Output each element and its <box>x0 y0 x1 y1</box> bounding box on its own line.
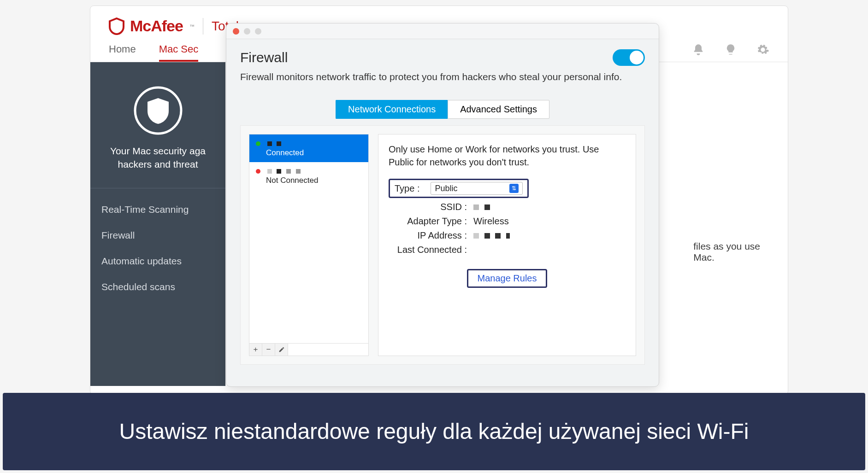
partial-line2: Mac. <box>693 252 714 263</box>
gear-icon[interactable] <box>756 43 769 56</box>
sidebar-heading-line2: hackers and threat <box>118 159 198 169</box>
mcafee-logo: McAfee ™ <box>109 17 195 35</box>
adapter-value: Wireless <box>473 216 509 227</box>
network-list: Connected Not Connected + − <box>249 134 369 356</box>
type-highlight: Type : Public ⇅ <box>389 179 529 198</box>
partial-line1: files as you use <box>693 241 760 251</box>
sidebar-items: Real-Time Scanning Firewall Automatic up… <box>90 188 225 308</box>
ip-value <box>473 230 513 241</box>
status-dot-green-icon <box>256 141 260 146</box>
redacted-icon <box>296 169 301 174</box>
header-separator <box>203 18 203 35</box>
tab-network-connections[interactable]: Network Connections <box>336 100 448 119</box>
tab-home[interactable]: Home <box>109 43 136 62</box>
remove-network-button[interactable]: − <box>262 344 275 356</box>
close-icon[interactable] <box>233 28 239 35</box>
dialog-titlebar <box>226 23 659 39</box>
firewall-title: Firewall <box>240 50 288 65</box>
redacted-icon <box>484 233 490 239</box>
label-last: Last Connected : <box>389 245 467 255</box>
sidebar-item-scans[interactable]: Scheduled scans <box>90 274 225 300</box>
sidebar-status-area: Your Mac security aga hackers and threat <box>90 62 225 188</box>
type-select[interactable]: Public ⇅ <box>431 182 523 195</box>
sidebar: Your Mac security aga hackers and threat… <box>90 62 225 386</box>
network-hint: Only use Home or Work for networks you t… <box>389 143 626 169</box>
sidebar-heading: Your Mac security aga hackers and threat <box>100 144 216 171</box>
firewall-description: Firewall monitors network traffic to pro… <box>226 70 659 92</box>
list-toolbar: + − <box>249 343 368 356</box>
dialog-header: Firewall <box>226 39 659 70</box>
tab-advanced-settings[interactable]: Advanced Settings <box>448 100 549 119</box>
label-ip: IP Address : <box>389 230 467 241</box>
chevron-updown-icon: ⇅ <box>509 184 519 193</box>
redacted-icon <box>495 233 501 239</box>
row-last-connected: Last Connected : <box>389 245 626 255</box>
row-ssid: SSID : <box>389 202 626 212</box>
label-adapter: Adapter Type : <box>389 216 467 227</box>
tab-mac-security[interactable]: Mac Sec <box>159 43 199 62</box>
row-type: Type : Public ⇅ <box>389 179 626 198</box>
sidebar-item-firewall[interactable]: Firewall <box>90 222 225 248</box>
row-adapter: Adapter Type : Wireless <box>389 216 626 227</box>
row-ip: IP Address : <box>389 230 626 241</box>
add-network-button[interactable]: + <box>249 344 262 356</box>
sidebar-item-rts[interactable]: Real-Time Scanning <box>90 197 225 222</box>
mcafee-shield-icon <box>109 18 124 35</box>
maximize-icon[interactable] <box>255 28 261 35</box>
network-status: Not Connected <box>266 176 318 185</box>
minimize-icon[interactable] <box>244 28 250 35</box>
partial-text: files as you use Mac. <box>693 241 760 263</box>
caption-banner: Ustawisz niestandardowe reguły dla każde… <box>3 393 865 470</box>
firewall-tabs: Network Connections Advanced Settings <box>226 100 659 119</box>
trademark-icon: ™ <box>189 23 195 29</box>
status-dot-red-icon <box>256 169 260 174</box>
redacted-icon <box>286 169 291 174</box>
ssid-value <box>473 202 493 212</box>
network-status: Connected <box>266 148 304 157</box>
redacted-icon <box>267 169 272 174</box>
type-selected-value: Public <box>435 184 457 193</box>
edit-network-button[interactable] <box>275 344 288 356</box>
firewall-toggle[interactable] <box>613 49 645 66</box>
redacted-icon <box>267 141 272 146</box>
redacted-icon <box>277 141 281 146</box>
redacted-icon <box>484 204 490 210</box>
label-type: Type : <box>395 183 419 194</box>
network-detail: Only use Home or Work for networks you t… <box>378 134 636 356</box>
manage-rules-wrap: Manage Rules <box>389 259 626 288</box>
caption-text: Ustawisz niestandardowe reguły dla każde… <box>119 418 749 445</box>
redacted-icon <box>506 233 510 239</box>
redacted-icon <box>473 204 479 210</box>
redacted-icon <box>277 169 281 174</box>
network-item-disconnected[interactable]: Not Connected <box>249 162 368 190</box>
firewall-dialog: Firewall Firewall monitors network traff… <box>226 23 659 387</box>
header-icons <box>692 43 769 56</box>
firewall-content: Connected Not Connected + − Only use Hom… <box>240 125 645 365</box>
mcafee-brand-text: McAfee <box>130 17 183 35</box>
sidebar-heading-line1: Your Mac security aga <box>110 146 206 156</box>
network-item-connected[interactable]: Connected <box>249 134 368 162</box>
redacted-icon <box>473 233 479 239</box>
bulb-icon[interactable] <box>724 43 737 56</box>
manage-rules-button[interactable]: Manage Rules <box>467 269 548 288</box>
bell-icon[interactable] <box>692 43 705 56</box>
label-ssid: SSID : <box>389 202 467 212</box>
status-shield-icon <box>133 85 183 136</box>
sidebar-item-updates[interactable]: Automatic updates <box>90 248 225 274</box>
